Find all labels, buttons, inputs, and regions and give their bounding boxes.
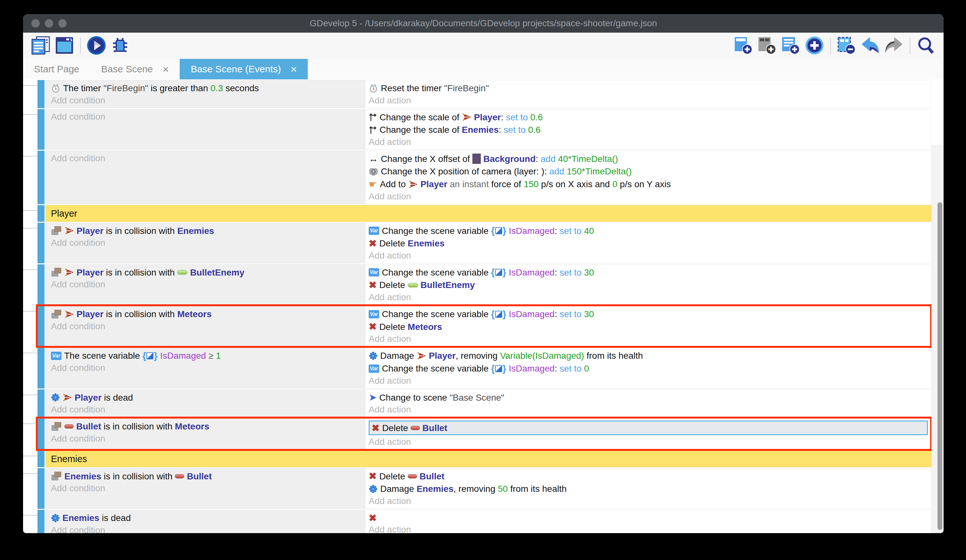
action-line[interactable]: ➤Change to scene "Base Scene" [369,391,931,404]
event-row[interactable]: Player is deadAdd condition➤Change to sc… [23,390,932,418]
project-manager-button[interactable] [29,34,53,57]
add-action-button[interactable]: Add action [369,291,931,303]
add-condition-button[interactable]: Add condition [51,524,365,533]
add-condition-button[interactable]: Add condition [51,320,365,332]
tab-start-page[interactable]: Start Page [23,59,90,79]
titlebar[interactable]: GDevelop 5 - /Users/dkarakay/Documents/G… [23,14,944,33]
event-row[interactable]: VarThe scene variable {}IsDamaged ≥ 1Add… [23,347,932,388]
action-line[interactable]: ✖Delete Bullet [369,470,931,483]
action-line[interactable]: ✖ [369,511,931,524]
remove-event-button[interactable] [835,34,858,57]
event-row[interactable]: Player is in collision with BulletEnemyA… [23,264,932,305]
add-action-button[interactable]: Add action [369,94,931,106]
action-line[interactable]: ✖Delete Enemies [369,237,931,250]
add-condition-button[interactable]: Add condition [51,482,365,495]
tab-base-scene-events[interactable]: Base Scene (Events) × [180,59,308,79]
event-row[interactable]: Player is in collision with MeteorsAdd c… [23,306,932,347]
event-drag-bar[interactable] [38,205,44,222]
event-drag-bar[interactable] [38,80,44,108]
event-row[interactable]: The timer "FireBegin" is greater than 0.… [23,80,932,108]
vertical-scrollbar[interactable] [932,145,944,533]
add-circle-button[interactable] [803,34,826,57]
add-action-button[interactable]: Add action [369,190,931,203]
action-line[interactable]: ↔Change the X offset of Background: add … [369,152,931,165]
condition-line[interactable]: VarThe scene variable {}IsDamaged ≥ 1 [51,349,365,362]
action-line[interactable]: ☛Add to Player an instant force of 150 p… [369,178,931,190]
action-line[interactable]: VarChange the scene variable {}IsDamaged… [369,308,931,320]
event-drag-bar[interactable] [38,347,44,388]
action-line[interactable]: ✖Delete BulletEnemy [369,278,931,291]
action-line[interactable]: ✖Delete Meteors [369,320,931,333]
event-drag-bar[interactable] [38,418,44,450]
event-group-row[interactable]: Player [23,205,932,222]
action-line[interactable]: VarChange the scene variable {}IsDamaged… [369,224,931,237]
add-action-button[interactable]: Add action [369,333,931,345]
condition-line[interactable]: The timer "FireBegin" is greater than 0.… [51,82,365,94]
scene-editor-button[interactable] [53,34,76,57]
condition-line[interactable]: Player is in collision with BulletEnemy [51,266,365,279]
event-drag-bar[interactable] [38,151,44,204]
add-condition-button[interactable]: Add condition [51,111,365,123]
add-condition-button[interactable]: Add condition [51,237,365,249]
add-action-button[interactable]: Add action [369,495,931,507]
action-line-selected[interactable]: ✖Delete Bullet [369,421,928,435]
add-condition-button[interactable]: Add condition [51,403,365,416]
varbadge-icon: Var [369,310,379,318]
add-condition-button[interactable]: Add condition [51,278,365,291]
action-line[interactable]: Reset the timer "FireBegin" [369,82,931,94]
group-header-label[interactable]: Player [46,205,932,222]
add-comment-button[interactable] [779,34,803,57]
tab-base-scene[interactable]: Base Scene × [90,59,180,79]
event-row[interactable]: Enemies is in collision with BulletAdd c… [23,468,932,509]
scrollbar-thumb[interactable] [938,202,942,530]
event-drag-bar[interactable] [38,468,44,509]
add-action-button[interactable]: Add action [369,136,931,148]
add-action-button[interactable]: Add action [369,250,931,262]
event-drag-bar[interactable] [38,510,44,533]
condition-line[interactable]: Player is in collision with Enemies [51,224,365,237]
group-header-label[interactable]: Enemies [46,450,932,467]
action-line[interactable]: Change the scale of Player: set to 0.6 [369,111,931,123]
debug-button[interactable] [108,34,132,57]
condition-line[interactable]: Enemies is in collision with Bullet [51,470,365,483]
event-drag-bar[interactable] [38,109,44,150]
event-drag-bar[interactable] [38,223,44,264]
event-drag-bar[interactable] [38,390,44,418]
event-row[interactable]: Add conditionChange the scale of Player:… [23,109,932,150]
add-condition-button[interactable]: Add condition [51,432,365,445]
action-line[interactable]: Damage Enemies, removing 50 from its hea… [369,482,931,495]
toolbar-divider [830,38,831,54]
event-group-row[interactable]: Enemies [23,450,932,467]
action-line[interactable]: Damage Player, removing Variable(IsDamag… [369,349,931,362]
condition-line[interactable]: Enemies is dead [51,511,365,524]
add-subevent-button[interactable] [755,34,779,57]
event-row[interactable]: Enemies is deadAdd condition✖Add action [23,510,932,533]
add-condition-button[interactable]: Add condition [51,362,365,374]
action-line[interactable]: VarChange the scene variable {}IsDamaged… [369,266,931,279]
add-condition-button[interactable]: Add condition [51,94,365,106]
close-icon[interactable]: × [163,64,169,75]
condition-line[interactable]: Bullet is in collision with Meteors [51,420,365,432]
event-drag-bar[interactable] [38,264,44,305]
action-line[interactable]: Change the scale of Enemies: set to 0.6 [369,123,931,136]
action-line[interactable]: Change the X position of camera (layer: … [369,165,931,178]
add-action-button[interactable]: Add action [369,375,931,387]
add-action-button[interactable]: Add action [369,436,931,448]
event-drag-bar[interactable] [38,450,44,467]
add-action-button[interactable]: Add action [369,524,931,533]
event-row[interactable]: Add condition↔Change the X offset of Bac… [23,151,932,204]
preview-button[interactable] [85,34,108,57]
redo-button[interactable] [882,34,906,57]
add-action-button[interactable]: Add action [369,403,931,416]
action-line[interactable]: VarChange the scene variable {}IsDamaged… [369,362,931,375]
close-icon[interactable]: × [291,64,297,75]
condition-line[interactable]: Player is in collision with Meteors [51,308,365,320]
event-drag-bar[interactable] [38,306,44,347]
search-button[interactable] [914,34,938,57]
add-event-button[interactable] [731,34,755,57]
add-condition-button[interactable]: Add condition [51,152,365,164]
undo-button[interactable] [858,34,882,57]
event-row[interactable]: Bullet is in collision with MeteorsAdd c… [23,418,932,450]
event-row[interactable]: Player is in collision with EnemiesAdd c… [23,223,932,264]
condition-line[interactable]: Player is dead [51,391,365,404]
